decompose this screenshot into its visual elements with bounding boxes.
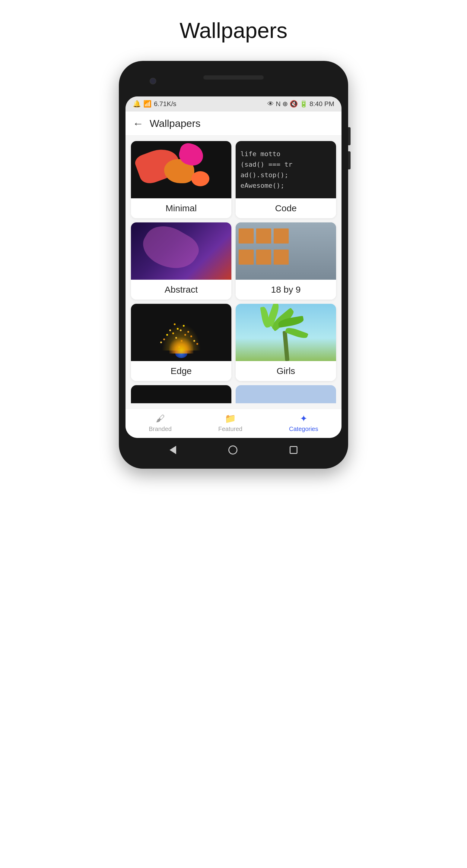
category-card-abstract[interactable]: Abstract (131, 222, 231, 300)
nav-item-branded[interactable]: 🖌 Branded (149, 413, 172, 433)
card-label-edge: Edge (131, 361, 231, 381)
home-nav-btn[interactable] (228, 445, 237, 455)
card-image-18by9 (236, 222, 336, 280)
eye-icon: 👁 (267, 100, 274, 108)
mute-icon: 🔇 (290, 100, 298, 108)
categories-icon: ✦ (300, 413, 308, 424)
featured-label: Featured (218, 426, 242, 433)
category-card-minimal[interactable]: Minimal (131, 141, 231, 218)
back-button[interactable]: ← (133, 117, 144, 130)
recents-nav-btn[interactable] (290, 446, 297, 454)
card-label-minimal: Minimal (131, 198, 231, 218)
phone-mockup: 🔔 📶 6.71K/s 👁 N ⊕ 🔇 🔋 8:40 PM ← Wallpape… (119, 61, 348, 469)
partial-card-2[interactable] (236, 385, 336, 403)
category-card-edge[interactable]: Edge (131, 304, 231, 381)
categories-label: Categories (289, 426, 318, 433)
phone-screen: 🔔 📶 6.71K/s 👁 N ⊕ 🔇 🔋 8:40 PM ← Wallpape… (125, 96, 342, 438)
phone-speaker (203, 75, 264, 80)
battery-icon: 🔋 (299, 100, 308, 108)
partial-card-1[interactable] (131, 385, 231, 403)
featured-icon: 📁 (225, 413, 236, 424)
category-card-code[interactable]: life motto (sad() === tr ad().stop(); eA… (236, 141, 336, 218)
branded-icon: 🖌 (156, 413, 165, 424)
bluetooth-icon: ⊕ (282, 100, 288, 108)
card-image-abstract (131, 222, 231, 280)
back-nav-btn[interactable] (170, 446, 176, 454)
phone-bottom-nav (125, 438, 342, 462)
card-image-minimal (131, 141, 231, 198)
status-bar: 🔔 📶 6.71K/s 👁 N ⊕ 🔇 🔋 8:40 PM (125, 96, 342, 112)
time-text: 8:40 PM (310, 100, 334, 108)
wifi-icon: 📶 (143, 100, 151, 108)
card-image-code: life motto (sad() === tr ad().stop(); eA… (236, 141, 336, 198)
category-card-18by9[interactable]: 18 by 9 (236, 222, 336, 300)
code-preview: life motto (sad() === tr ad().stop(); eA… (236, 141, 336, 198)
category-grid: Minimal life motto (sad() === tr ad().st… (125, 135, 342, 409)
card-label-girls: Girls (236, 361, 336, 381)
nfc-icon: N (276, 100, 281, 108)
phone-camera (150, 78, 156, 84)
status-left: 🔔 📶 6.71K/s (133, 100, 176, 108)
notification-icon: 🔔 (133, 100, 141, 108)
nav-item-featured[interactable]: 📁 Featured (218, 413, 242, 433)
bottom-nav: 🖌 Branded 📁 Featured ✦ Categories (125, 409, 342, 438)
branded-label: Branded (149, 426, 172, 433)
app-header: ← Wallpapers (125, 112, 342, 135)
phone-top (125, 69, 342, 93)
speed-text: 6.71K/s (154, 100, 176, 108)
app-header-title: Wallpapers (150, 118, 201, 129)
status-right: 👁 N ⊕ 🔇 🔋 8:40 PM (267, 100, 334, 108)
card-label-abstract: Abstract (131, 280, 231, 300)
card-label-18by9: 18 by 9 (236, 280, 336, 300)
category-card-girls[interactable]: Girls (236, 304, 336, 381)
card-image-girls (236, 304, 336, 361)
page-title: Wallpapers (179, 18, 287, 43)
nav-item-categories[interactable]: ✦ Categories (289, 413, 318, 433)
card-image-edge (131, 304, 231, 361)
card-label-code: Code (236, 198, 336, 218)
